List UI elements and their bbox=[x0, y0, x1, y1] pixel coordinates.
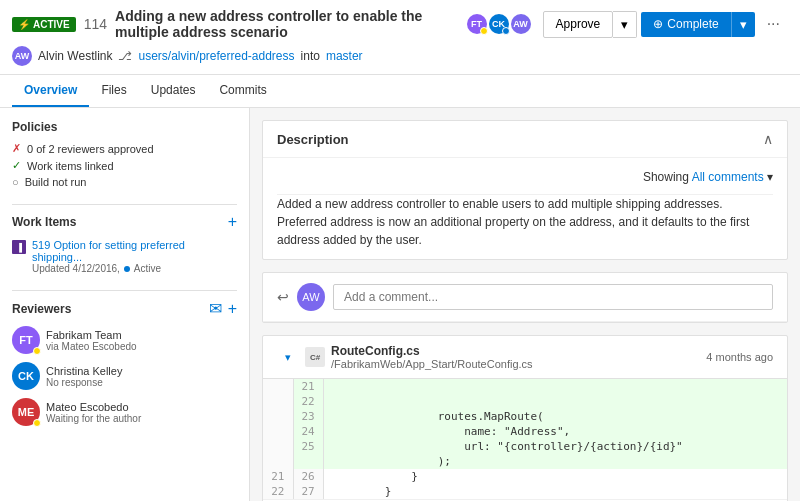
wi-dot bbox=[124, 266, 130, 272]
line-num-old bbox=[263, 409, 293, 424]
work-item: ▐ 519 Option for setting preferred shipp… bbox=[12, 239, 237, 274]
diff-header: ▾ C# RouteConfig.cs /FabrikamWeb/App_Sta… bbox=[263, 336, 787, 379]
diff-file-info: ▾ C# RouteConfig.cs /FabrikamWeb/App_Sta… bbox=[277, 344, 533, 370]
reviewer-avatar-christina: CK bbox=[12, 362, 40, 390]
line-num-new: 23 bbox=[293, 409, 323, 424]
work-items-title: Work Items bbox=[12, 215, 76, 229]
reviewer-status-mateo: Waiting for the author bbox=[46, 413, 141, 424]
diff-filepath: /FabrikamWeb/App_Start/RouteConfig.cs bbox=[331, 358, 533, 370]
active-badge: ⚡ ACTIVE bbox=[12, 17, 76, 32]
policy-fail-icon: ✗ bbox=[12, 142, 21, 155]
policies-section: Policies ✗ 0 of 2 reviewers approved ✓ W… bbox=[12, 120, 237, 188]
line-num-old bbox=[263, 379, 293, 394]
work-items-section: Work Items + ▐ 519 Option for setting pr… bbox=[12, 213, 237, 274]
master-branch-link[interactable]: master bbox=[326, 49, 363, 63]
policy-item-reviewers: ✗ 0 of 2 reviewers approved bbox=[12, 142, 237, 155]
work-item-title[interactable]: 519 Option for setting preferred shippin… bbox=[32, 239, 237, 263]
add-work-item-button[interactable]: + bbox=[228, 213, 237, 231]
line-num-old bbox=[263, 439, 293, 454]
comment-input[interactable] bbox=[333, 284, 773, 310]
divider-2 bbox=[12, 290, 237, 291]
reviewer-item-christina: CK Christina Kelley No response bbox=[12, 362, 237, 390]
line-num-old bbox=[263, 424, 293, 439]
file-type-icon: C# bbox=[305, 347, 325, 367]
line-code: routes.MapRoute( bbox=[323, 409, 787, 424]
line-code: } bbox=[323, 469, 787, 484]
comments-filter: Showing All comments ▾ bbox=[277, 168, 773, 195]
tab-overview[interactable]: Overview bbox=[12, 75, 89, 107]
policy-item-build: ○ Build not run bbox=[12, 176, 237, 188]
chevron-down-icon-2: ▾ bbox=[740, 17, 747, 32]
policies-title: Policies bbox=[12, 120, 57, 134]
filter-chevron-icon: ▾ bbox=[767, 170, 773, 184]
into-text: into bbox=[301, 49, 320, 63]
tab-files[interactable]: Files bbox=[89, 75, 138, 107]
diff-filename: RouteConfig.cs bbox=[331, 344, 533, 358]
policy-pass-icon: ✓ bbox=[12, 159, 21, 172]
diff-table: 21 22 23 routes.MapRoute( bbox=[263, 379, 787, 499]
line-num-new: 24 bbox=[293, 424, 323, 439]
reviewer-status-christina: No response bbox=[46, 377, 122, 388]
add-reviewer-button[interactable]: + bbox=[228, 299, 237, 318]
main-layout: Policies ✗ 0 of 2 reviewers approved ✓ W… bbox=[0, 108, 800, 501]
commenter-avatar: AW bbox=[297, 283, 325, 311]
tabs-bar: Overview Files Updates Commits bbox=[0, 75, 800, 108]
tab-commits[interactable]: Commits bbox=[207, 75, 278, 107]
line-code: } bbox=[323, 484, 787, 499]
approve-button[interactable]: Approve bbox=[543, 11, 614, 38]
tab-updates[interactable]: Updates bbox=[139, 75, 208, 107]
line-code: ); bbox=[323, 454, 787, 469]
reply-icon-button[interactable]: ↩ bbox=[277, 289, 289, 305]
policy-item-workitems: ✓ Work items linked bbox=[12, 159, 237, 172]
reviewer-avatar-3: AW bbox=[511, 14, 531, 34]
diff-row: 21 bbox=[263, 379, 787, 394]
approve-split-button[interactable]: ▾ bbox=[613, 11, 637, 38]
line-num-old bbox=[263, 394, 293, 409]
description-text: Added a new address controller to enable… bbox=[277, 195, 773, 249]
reviewer-item-mateo: ME Mateo Escobedo Waiting for the author bbox=[12, 398, 237, 426]
more-button[interactable]: ··· bbox=[759, 10, 788, 38]
branch-link[interactable]: users/alvin/preferred-address bbox=[138, 49, 294, 63]
diff-row: 21 26 } bbox=[263, 469, 787, 484]
email-reviewer-button[interactable]: ✉ bbox=[209, 299, 222, 318]
comment-input-row: ↩ AW bbox=[263, 273, 787, 322]
line-code bbox=[323, 379, 787, 394]
reviewer-status-fabrikam: via Mateo Escobedo bbox=[46, 341, 137, 352]
description-header: Description ∧ bbox=[263, 121, 787, 158]
collapse-description-button[interactable]: ∧ bbox=[763, 131, 773, 147]
line-num-new: 26 bbox=[293, 469, 323, 484]
reviewer-name-fabrikam: Fabrikam Team bbox=[46, 329, 137, 341]
diff-collapse-button[interactable]: ▾ bbox=[277, 349, 299, 366]
line-num-new bbox=[293, 454, 323, 469]
all-comments-filter[interactable]: All comments bbox=[692, 170, 764, 184]
reviewer-name-christina: Christina Kelley bbox=[46, 365, 122, 377]
description-title: Description bbox=[277, 132, 349, 147]
diff-row: 22 bbox=[263, 394, 787, 409]
complete-split-button[interactable]: ▾ bbox=[731, 12, 755, 37]
git-icon: ⎇ bbox=[118, 49, 132, 63]
diff-row: ); bbox=[263, 454, 787, 469]
line-code bbox=[323, 394, 787, 409]
reviewer-name-mateo: Mateo Escobedo bbox=[46, 401, 141, 413]
complete-icon: ⊕ bbox=[653, 17, 663, 31]
diff-row: 24 name: "Address", bbox=[263, 424, 787, 439]
reviewer-item-fabrikam: FT Fabrikam Team via Mateo Escobedo bbox=[12, 326, 237, 354]
work-item-sub: Updated 4/12/2016, Active bbox=[32, 263, 237, 274]
diff-row: 25 url: "{controller}/{action}/{id}" bbox=[263, 439, 787, 454]
header: ⚡ ACTIVE 114 Adding a new address contro… bbox=[0, 0, 800, 108]
diff-card: ▾ C# RouteConfig.cs /FabrikamWeb/App_Sta… bbox=[262, 335, 788, 501]
diff-row: 22 27 } bbox=[263, 484, 787, 499]
complete-button[interactable]: ⊕ Complete bbox=[641, 12, 730, 37]
description-card: Description ∧ Showing All comments ▾ Add… bbox=[262, 120, 788, 260]
pr-number: 114 bbox=[84, 16, 107, 32]
chevron-down-icon: ▾ bbox=[621, 17, 628, 32]
line-code: name: "Address", bbox=[323, 424, 787, 439]
line-num-old: 21 bbox=[263, 469, 293, 484]
line-num-new: 22 bbox=[293, 394, 323, 409]
work-item-icon: ▐ bbox=[12, 240, 26, 254]
line-num-old bbox=[263, 454, 293, 469]
sidebar: Policies ✗ 0 of 2 reviewers approved ✓ W… bbox=[0, 108, 250, 501]
diff-time: 4 months ago bbox=[706, 351, 773, 363]
line-code: url: "{controller}/{action}/{id}" bbox=[323, 439, 787, 454]
line-num-old: 22 bbox=[263, 484, 293, 499]
